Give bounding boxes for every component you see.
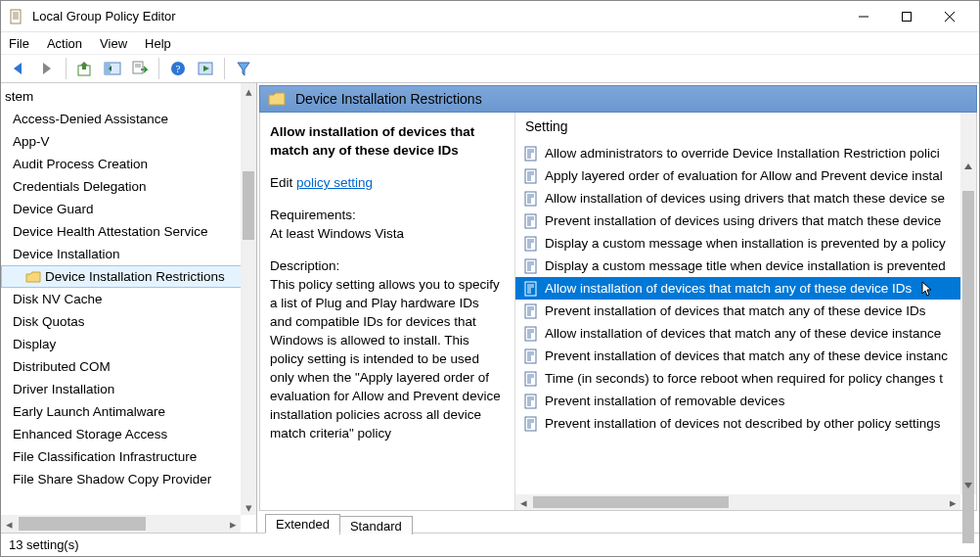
window-title: Local Group Policy Editor <box>32 9 842 23</box>
tree-item[interactable]: Audit Process Creation <box>1 153 256 175</box>
toolbar: ? <box>1 54 979 83</box>
tab-extended[interactable]: Extended <box>265 514 340 534</box>
policy-icon <box>523 236 539 252</box>
scroll-right-icon[interactable]: ▸ <box>225 515 241 533</box>
tree-vscroll-thumb[interactable] <box>243 171 254 240</box>
menu-help[interactable]: Help <box>145 36 171 51</box>
scroll-up-icon[interactable] <box>960 158 976 175</box>
tree-item[interactable]: Device Installation Restrictions <box>1 265 256 288</box>
list-hscroll-thumb[interactable] <box>533 496 729 508</box>
minimize-button[interactable] <box>842 2 885 31</box>
tree-item[interactable]: Enhanced Storage Access <box>1 423 256 445</box>
folder-icon <box>25 270 41 284</box>
list-row-label: Allow administrators to override Device … <box>545 144 940 162</box>
back-button[interactable] <box>7 56 32 81</box>
tree-item[interactable]: App-V <box>1 130 256 153</box>
scroll-down-icon[interactable] <box>960 477 976 494</box>
run-button[interactable] <box>193 56 218 81</box>
list-row[interactable]: Allow installation of devices that match… <box>515 322 960 345</box>
list-row-label: Display a custom message when installati… <box>545 234 946 253</box>
list-row[interactable]: Display a custom message title when devi… <box>515 255 960 277</box>
list-row[interactable]: Prevent installation of devices that mat… <box>515 345 960 367</box>
policy-icon <box>523 281 539 297</box>
settings-list: Setting Allow administrators to override… <box>514 113 976 510</box>
tree-item-partial[interactable]: stem <box>1 85 256 108</box>
export-list-button[interactable] <box>127 56 153 81</box>
list-vscroll[interactable] <box>960 113 976 494</box>
policy-icon <box>523 348 539 364</box>
policy-icon <box>523 146 539 162</box>
tree-item[interactable]: Credentials Delegation <box>1 175 256 198</box>
menu-file[interactable]: File <box>9 36 29 51</box>
maximize-button[interactable] <box>885 2 928 31</box>
scroll-right-icon[interactable]: ▸ <box>945 494 960 510</box>
list-row-label: Prevent installation of removable device… <box>545 392 784 410</box>
policy-icon <box>523 168 539 184</box>
list-row[interactable]: Allow installation of devices using driv… <box>515 187 960 209</box>
list-row[interactable]: Apply layered order of evaluation for Al… <box>515 164 960 187</box>
list-row[interactable]: Prevent installation of devices not desc… <box>515 412 960 435</box>
list-row[interactable]: Prevent installation of devices that mat… <box>515 300 960 322</box>
tree-item[interactable]: Device Guard <box>1 198 256 220</box>
list-row-label: Prevent installation of devices that mat… <box>545 347 948 365</box>
show-hide-tree-button[interactable] <box>100 56 125 81</box>
edit-prefix: Edit <box>270 175 296 190</box>
list-row-label: Prevent installation of devices that mat… <box>545 302 925 320</box>
tree-item[interactable]: Display <box>1 333 256 355</box>
tree-item[interactable]: Disk Quotas <box>1 310 256 333</box>
list-row[interactable]: Prevent installation of devices using dr… <box>515 209 960 232</box>
menu-action[interactable]: Action <box>47 36 82 51</box>
description-text: This policy setting allows you to specif… <box>270 275 503 442</box>
tree-hscroll[interactable]: ◂ ▸ <box>1 515 241 533</box>
scroll-down-icon[interactable]: ▾ <box>241 499 256 515</box>
tree-item[interactable]: Device Installation <box>1 243 256 265</box>
statusbar: 13 setting(s) <box>1 533 979 556</box>
app-icon <box>9 9 24 24</box>
policy-icon <box>523 394 539 409</box>
list-row-label: Allow installation of devices that match… <box>545 279 912 298</box>
list-row[interactable]: Display a custom message when installati… <box>515 232 960 255</box>
filter-button[interactable] <box>231 56 256 81</box>
forward-button[interactable] <box>34 56 60 81</box>
tree-item[interactable]: Driver Installation <box>1 378 256 400</box>
menu-view[interactable]: View <box>100 36 127 51</box>
policy-setting-link[interactable]: policy setting <box>296 175 373 190</box>
folder-icon <box>268 91 286 107</box>
scroll-left-icon[interactable]: ◂ <box>1 515 17 533</box>
close-button[interactable] <box>928 2 971 31</box>
tree-item[interactable]: Access-Denied Assistance <box>1 108 256 130</box>
requirements-label: Requirements: <box>270 206 503 224</box>
list-hscroll[interactable]: ◂ ▸ <box>515 494 960 510</box>
cursor-icon <box>921 281 933 297</box>
list-row-label: Time (in seconds) to force reboot when r… <box>545 369 943 388</box>
tree-item[interactable]: File Share Shadow Copy Provider <box>1 468 256 490</box>
list-row[interactable]: Time (in seconds) to force reboot when r… <box>515 367 960 390</box>
list-row-label: Prevent installation of devices not desc… <box>545 414 940 433</box>
policy-icon <box>523 213 539 229</box>
tree-hscroll-thumb[interactable] <box>19 517 146 531</box>
list-row[interactable]: Prevent installation of removable device… <box>515 390 960 412</box>
titlebar: Local Group Policy Editor <box>1 1 979 32</box>
content-header: Device Installation Restrictions <box>259 85 977 113</box>
list-row[interactable]: Allow installation of devices that match… <box>515 277 960 300</box>
tree-vscroll[interactable]: ▴ ▾ <box>241 83 256 515</box>
up-button[interactable] <box>72 56 98 81</box>
tree-item[interactable]: Device Health Attestation Service <box>1 220 256 243</box>
list-row-label: Display a custom message title when devi… <box>545 256 946 275</box>
column-header-setting[interactable]: Setting <box>515 113 976 138</box>
list-row-label: Allow installation of devices that match… <box>545 324 941 343</box>
list-row[interactable]: Allow administrators to override Device … <box>515 142 960 164</box>
tree-item[interactable]: Disk NV Cache <box>1 288 256 310</box>
tab-standard[interactable]: Standard <box>339 516 413 534</box>
requirements-value: At least Windows Vista <box>270 224 503 243</box>
scroll-left-icon[interactable]: ◂ <box>515 494 531 510</box>
scroll-up-icon[interactable]: ▴ <box>241 83 256 99</box>
selected-policy-title: Allow installation of devices that match… <box>270 122 503 160</box>
tree-item[interactable]: Early Launch Antimalware <box>1 400 256 423</box>
tree-item[interactable]: Distributed COM <box>1 355 256 378</box>
tree-item[interactable]: File Classification Infrastructure <box>1 445 256 468</box>
status-text: 13 setting(s) <box>9 537 79 552</box>
help-button[interactable]: ? <box>165 56 191 81</box>
content-header-title: Device Installation Restrictions <box>295 91 482 107</box>
policy-icon <box>523 191 539 207</box>
